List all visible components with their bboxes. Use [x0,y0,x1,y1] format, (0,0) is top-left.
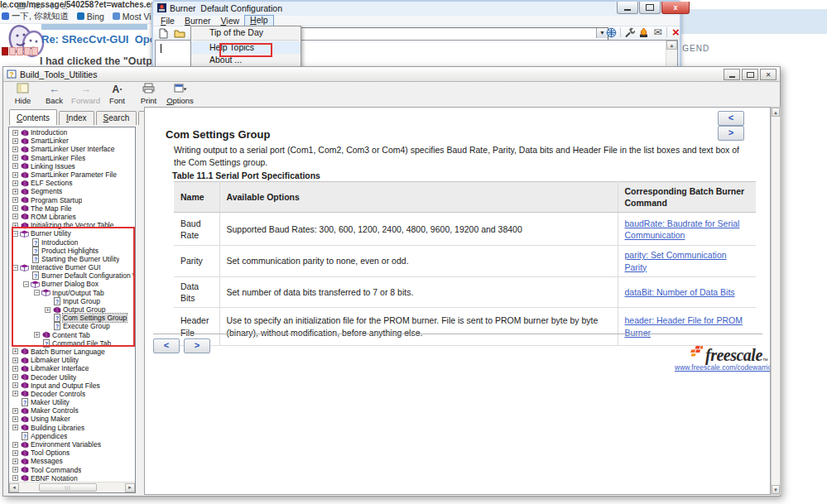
tree-expand-box[interactable]: + [12,425,18,430]
scroll-right-icon[interactable]: ► [125,483,135,492]
tree-item-label[interactable]: Product Highlights [41,247,99,255]
tree-item-label[interactable]: Starting the Burner Utility [41,255,119,263]
tree-item-label[interactable]: Maker Controls [31,406,79,415]
tree-item-label[interactable]: Input Group [63,297,100,305]
menu-item-about[interactable]: About ... [191,54,301,66]
next-topic-button[interactable]: > [718,126,744,141]
tree-item[interactable]: +Batch Burner Language [10,348,135,356]
tree-expand-box[interactable]: + [12,450,18,456]
scroll-down-icon[interactable]: ▼ [772,485,780,494]
tab-index[interactable]: Index [59,111,94,125]
tree-expand-box[interactable]: + [12,442,18,448]
tree-item[interactable]: +ELF Sections [10,179,135,187]
bookmark-item[interactable]: 一下, 你就知道 [2,11,69,22]
tree-item[interactable]: +Building Libraries [10,424,135,432]
scrollbar-thumb[interactable]: ||| [39,483,97,492]
tree-item-label[interactable]: Batch Burner Language [31,348,105,356]
tree-item[interactable]: +Libmaker Utility [10,356,135,364]
tree-item[interactable]: +Decoder Utility [10,372,135,381]
tree-item[interactable]: −Burner Utility [10,229,135,238]
tree-expand-box[interactable]: + [12,374,18,380]
tree-item-label[interactable]: Introduction [41,238,78,247]
tree-expand-box[interactable]: + [12,155,18,161]
tree-expand-box[interactable]: + [12,189,18,194]
tree-expand-box[interactable]: + [12,180,18,186]
tree-item[interactable]: ?Burner Default Configuration Wind [10,271,135,280]
scroll-left-icon[interactable]: ◄ [9,483,19,492]
menu-help[interactable]: Help [244,15,274,26]
tree-expand-box[interactable]: + [12,408,18,414]
tree-expand-box[interactable]: + [12,366,18,372]
tree-expand-box[interactable]: + [12,163,18,169]
tree-expand-box[interactable]: + [12,138,18,144]
tree-expand-box[interactable]: + [12,130,18,136]
tree-item[interactable]: +Output Group [10,305,135,314]
menu-view[interactable]: View [215,16,244,26]
tree-item-label[interactable]: SmartLinker User Interface [31,145,115,153]
tree-expand-box[interactable]: + [34,332,40,338]
tree-item-label[interactable]: Introduction [31,128,67,137]
tree-item[interactable]: ?Introduction [10,238,135,246]
tree-item[interactable]: +The Map File [10,204,135,213]
tree-item[interactable]: −Interactive Burner GUI [10,263,135,271]
tree-item-label[interactable]: Maker Utility [31,398,70,406]
tree-item[interactable]: −Input/Output Tab [10,289,135,297]
tree-item[interactable]: +Input and Output Files [10,382,135,390]
toolbar-button-back[interactable]: ←Back [40,83,69,108]
tree-item[interactable]: ?Appendices [10,432,135,440]
toolbar-button-print[interactable]: Print [134,83,163,108]
tree-item[interactable]: ?Starting the Burner Utility [10,255,135,263]
tree-expand-box[interactable]: + [12,475,18,481]
burn-icon[interactable] [637,26,650,38]
tree-item-label[interactable]: SmartLinker Files [31,154,85,162]
tree-item-label[interactable]: Program Startup [31,196,82,204]
tab-search[interactable]: Search [96,111,137,125]
tree-item-label[interactable]: Output Group [63,305,106,314]
tree-item[interactable]: +SmartLinker Parameter File [10,170,135,179]
tree-item[interactable]: +SmartLinker [10,137,135,145]
tree-item-label[interactable]: Building Libraries [31,424,84,432]
tree-expand-box[interactable]: + [12,467,18,473]
tree-expand-box[interactable]: + [12,146,18,152]
tree-item[interactable]: ?Com Settings Group [10,314,135,322]
tree-item[interactable]: +Linking Issues [10,162,135,170]
tree-item-label[interactable]: Libmaker Utility [31,356,79,364]
table-link[interactable]: baudRate: Baudrate for Serial Communicat… [625,218,740,240]
tree-expand-box[interactable]: + [12,348,18,354]
tree-expand-box[interactable]: + [12,205,18,211]
tree-expand-box[interactable]: + [12,223,18,228]
tree-expand-box[interactable]: + [12,382,18,388]
new-file-icon[interactable] [157,28,170,40]
tree-expand-box[interactable]: − [12,265,18,271]
close-button[interactable]: ✕ [760,69,777,80]
menu-burner[interactable]: Burner [180,16,216,26]
wrench-icon[interactable] [623,26,636,38]
tree-item[interactable]: +Decoder Controls [10,390,135,398]
tree-expand-box[interactable]: − [23,281,29,287]
tree-item-label[interactable]: Tool Commands [31,466,81,474]
tree-item-label[interactable]: SmartLinker Parameter File [31,170,117,179]
tree-item[interactable]: +Content Tab [10,331,135,339]
tree-expand-box[interactable]: − [34,290,40,295]
maximize-button[interactable] [742,69,758,80]
tree-item-label[interactable]: ELF Sections [31,179,73,187]
table-link[interactable]: parity: Set Communication Parity [625,250,727,271]
tree-item[interactable]: +Tool Commands [10,466,135,474]
menu-file[interactable]: File [156,16,180,26]
tree-item[interactable]: +Using Maker [10,415,135,423]
tree-item[interactable]: +Messages [10,457,135,465]
toolbar-button-options[interactable]: Options [166,83,195,108]
tree-expand-box[interactable]: + [12,416,18,422]
tree-item[interactable]: ?Input Group [10,297,135,305]
tree-item-label[interactable]: Initializing the Vector Table [31,221,114,229]
delete-icon[interactable]: × [670,26,682,38]
previous-topic-button[interactable]: < [718,111,744,126]
tree-expand-box[interactable]: + [12,214,18,219]
help-titlebar[interactable]: ? Build_Tools_Utilities [3,67,780,82]
burner-titlebar[interactable]: Burner Default Configuration [153,2,680,15]
tree-item-label[interactable]: Com Settings Group [63,314,127,322]
tree-item[interactable]: +SmartLinker User Interface [10,145,135,153]
toolbar-button-hide[interactable]: Hide [8,83,37,108]
next-topic-button[interactable]: > [184,338,210,353]
tree-item-label[interactable]: Burner Utility [31,229,71,238]
